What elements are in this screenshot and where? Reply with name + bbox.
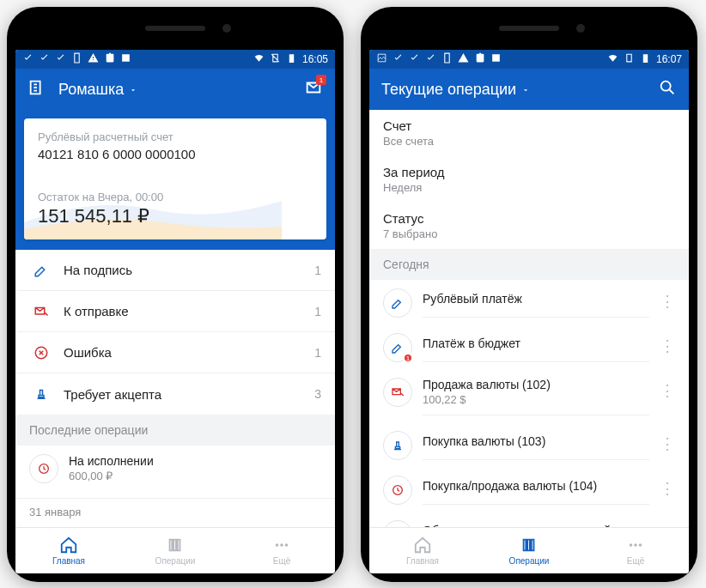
phone-speaker [145,26,205,31]
op-title: Покупка валюты (103) [423,434,649,448]
nav-label: Ещё [273,556,290,566]
status-bar: 16:05 [15,50,335,69]
nav-label: Операции [155,556,196,566]
nav-label: Ещё [627,556,644,566]
balance-label: Остаток на Вчера, 00:00 [38,191,313,203]
clipboard-icon [474,52,485,66]
op-title: Продажа валюты (102) [423,378,649,391]
phone-frame-right: 16:07 Текущие операции Счет Все счета За… [361,7,697,582]
status-count: 1 [314,305,321,318]
image-icon [376,52,387,66]
filter-status[interactable]: Статус 7 выбрано [369,203,689,249]
op-menu-button[interactable]: ⋮ [660,520,675,527]
status-item-sign[interactable]: На подпись 1 [15,250,335,291]
home-icon [413,536,432,555]
op-title: Платёж в бюджет [423,336,649,350]
nav-more[interactable]: Ещё [228,528,335,573]
home-icon [59,536,78,555]
main-content[interactable]: Счет Все счета За период Неделя Статус 7… [369,110,689,527]
battery-icon [640,52,651,66]
op-menu-button[interactable]: ⋮ [660,431,675,453]
device-icon [441,52,453,66]
filter-account[interactable]: Счет Все счета [369,110,689,156]
nav-operations[interactable]: Операции [122,528,228,573]
nav-label: Операции [509,556,550,566]
status-item-send[interactable]: К отправке 1 [15,291,335,332]
main-content[interactable]: Рублёвый расчетный счет 40121 810 6 0000… [15,110,335,527]
check-icon [409,52,420,66]
status-label: К отправке [64,304,314,318]
org-name: Ромашка [58,81,124,99]
more-icon [626,536,645,555]
status-list: На подпись 1 К отправке 1 Ошибка 1 Требу… [15,250,335,415]
messages-button[interactable]: 1 [304,78,323,100]
status-label: На подпись [64,263,314,277]
op-item[interactable]: 1 Платёж в бюджет ⋮ [369,324,689,369]
filter-period[interactable]: За период Неделя [369,156,689,203]
org-icon[interactable] [27,78,46,100]
nav-more[interactable]: Ещё [582,528,689,573]
books-icon [520,536,539,555]
op-menu-button[interactable]: ⋮ [660,378,675,400]
op-amount: 600,00 ₽ [69,470,321,482]
nav-home[interactable]: Главная [369,528,476,573]
svg-point-4 [285,543,289,547]
page-title: Текущие операции [381,81,516,99]
op-title: Покупка/продажа валюты (104) [423,479,649,493]
op-amount: 100,22 $ [423,393,649,406]
no-sim-icon [624,52,635,66]
messages-badge: 1 [316,75,326,85]
nav-label: Главная [406,556,439,566]
op-menu-button[interactable]: ⋮ [660,288,675,311]
op-item[interactable]: Рублёвый платёж ⋮ [369,280,689,324]
op-item[interactable]: Обязательная продажа валютной вы... ⋮ [369,512,689,527]
filter-label: Счет [383,118,675,133]
status-label: Ошибка [64,345,314,360]
clock-icon [383,476,412,505]
search-button[interactable] [658,78,677,100]
warning-icon [458,52,469,66]
svg-point-8 [630,543,633,547]
op-title: На исполнении [69,454,321,468]
bottom-nav: Главная Операции Ещё [15,527,335,573]
clock-text: 16:07 [656,53,682,65]
status-count: 1 [314,264,321,277]
screen-left: 16:05 Ромашка 1 Рублёвый расчетный счет … [15,50,335,573]
org-selector[interactable]: Ромашка [58,81,292,99]
date-row: 31 января [15,499,335,518]
account-card[interactable]: Рублёвый расчетный счет 40121 810 6 0000… [24,118,326,239]
status-item-error[interactable]: Ошибка 1 [15,332,335,373]
stamp-icon [383,431,412,460]
ops-selector[interactable]: Текущие операции [381,81,646,99]
op-item[interactable]: Продажа валюты (102) 100,22 $ ⋮ [369,369,689,422]
phone-camera [576,24,585,33]
no-sim-icon [270,52,281,66]
play-box-icon [120,52,131,66]
nav-home[interactable]: Главная [15,528,122,573]
balance-value: 151 545,11 ₽ [38,205,313,227]
op-menu-button[interactable]: ⋮ [660,476,675,498]
phone-camera [222,24,231,33]
clock-icon [29,454,58,483]
mail-send-icon [29,304,53,319]
op-item[interactable]: Покупка валюты (103) ⋮ [369,422,689,467]
mail-send-icon [383,378,412,407]
phone-frame-left: 16:05 Ромашка 1 Рублёвый расчетный счет … [7,7,344,582]
recent-op-item[interactable]: На исполнении 600,00 ₽ [15,446,335,498]
status-bar: 16:07 [369,50,689,69]
op-badge: 1 [403,353,413,363]
status-label: Требует акцепта [64,387,314,402]
op-item[interactable]: Покупка/продажа валюты (104) ⋮ [369,467,689,512]
check-icon [22,52,33,66]
screen-right: 16:07 Текущие операции Счет Все счета За… [369,50,689,573]
status-count: 3 [314,387,321,401]
device-icon [71,52,82,66]
status-item-accept[interactable]: Требует акцепта 3 [15,373,335,415]
op-menu-button[interactable]: ⋮ [660,333,675,355]
recent-ops-header: Последние операции [15,415,335,446]
warning-icon [88,52,99,66]
stamp-icon [29,386,53,402]
nav-operations[interactable]: Операции [476,528,582,573]
bottom-nav: Главная Операции Ещё [369,527,689,573]
svg-point-5 [661,82,671,91]
